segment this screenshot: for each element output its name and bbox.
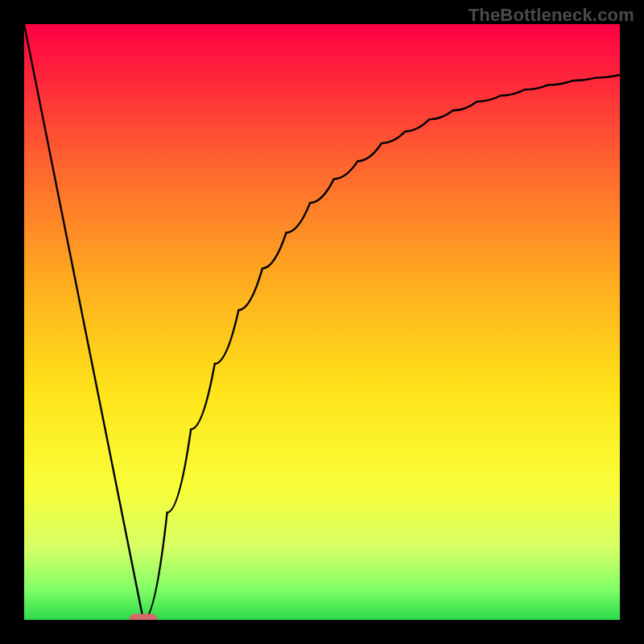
chart-frame: TheBottleneck.com [0, 0, 644, 644]
optimum-marker [130, 614, 157, 620]
chart-svg [24, 24, 620, 620]
watermark-text: TheBottleneck.com [469, 5, 634, 26]
gradient-background [24, 24, 620, 620]
plot-area [24, 24, 620, 620]
